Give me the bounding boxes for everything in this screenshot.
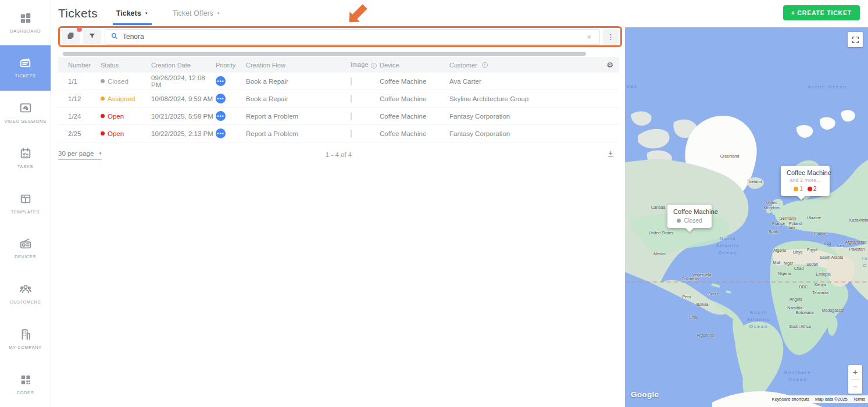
device-thumbnail[interactable] (351, 77, 352, 85)
filter-funnel-icon (88, 32, 96, 41)
sidebar-item-dashboard[interactable]: DASHBOARD (0, 0, 51, 45)
device-thumbnail[interactable] (351, 130, 352, 138)
ticket-priority: ••• (216, 128, 246, 138)
download-button[interactable] (607, 150, 615, 159)
column-header-customer[interactable]: Customeri (449, 62, 602, 69)
ticket-customer: Fantasy Corporation (449, 130, 602, 137)
map-zoom-control: + − (848, 365, 862, 394)
ticket-number: 1/1 (58, 78, 101, 85)
search-query-text: Tenora (123, 33, 580, 41)
search-input[interactable]: Tenora × (105, 29, 600, 45)
horizontal-scrollbar[interactable] (58, 52, 619, 56)
sidebar-item-templates[interactable]: TEMPLATES (0, 181, 51, 226)
ticket-creation-date: 10/08/2024, 9:59 AM (151, 95, 216, 102)
priority-indicator-icon[interactable]: ••• (216, 128, 226, 138)
google-logo[interactable]: Google (631, 390, 659, 399)
map-fullscreen-button[interactable] (848, 32, 863, 47)
search-menu-button[interactable]: ⋮ (603, 29, 619, 45)
sidebar-item-codes[interactable]: CODES (0, 362, 51, 407)
column-settings-gear-icon[interactable]: ⚙ (602, 60, 619, 69)
clear-search-icon[interactable]: × (584, 33, 594, 41)
tooltip-title: Coffee Machine (787, 169, 824, 176)
sidebar-item-customers[interactable]: CUSTOMERS (0, 272, 51, 317)
sidebar-item-label: TEMPLATES (11, 209, 40, 215)
search-icon (111, 31, 118, 42)
ticket-status: Open (101, 130, 151, 137)
zoom-out-button[interactable]: − (848, 380, 862, 394)
customers-icon (19, 283, 32, 295)
tab-tickets[interactable]: Tickets ▼ (113, 2, 152, 25)
ticket-status: Open (101, 113, 151, 120)
ticket-image-cell (351, 78, 380, 85)
priority-indicator-icon[interactable]: ••• (216, 111, 226, 121)
table-row[interactable]: 2/25 Open 10/22/2025, 2:13 PM ••• Report… (58, 125, 619, 142)
column-header-status[interactable]: Status (101, 62, 151, 69)
sidebar-item-my-company[interactable]: MY COMPANY (0, 316, 51, 362)
chevron-down-icon: ▼ (217, 12, 220, 15)
templates-icon (19, 192, 32, 205)
table-row[interactable]: 1/1 Closed 09/26/2024, 12:08 PM ••• Book… (58, 73, 619, 90)
ticket-device: Coffee Machine (380, 78, 449, 85)
sidebar-item-tasks[interactable]: TASKS (0, 135, 51, 181)
zoom-in-button[interactable]: + (848, 365, 862, 379)
sidebar-item-label: DEVICES (15, 254, 36, 260)
ticket-priority: ••• (216, 94, 246, 103)
tab-ticket-offers[interactable]: Ticket Offers ▼ (169, 2, 224, 25)
column-header-creation-date[interactable]: Creation Date (151, 62, 216, 69)
ticket-image-cell (351, 95, 380, 102)
main-area: Tickets Tickets ▼ Ticket Offers ▼ + CREA… (51, 0, 868, 407)
scrollbar-thumb[interactable] (63, 52, 586, 56)
per-page-select[interactable]: 30 per page ▼ (58, 150, 102, 160)
top-bar: Tickets Tickets ▼ Ticket Offers ▼ + CREA… (51, 0, 868, 26)
device-thumbnail[interactable] (351, 95, 352, 103)
tickets-content: Tenora × ⋮ Number Status Creation Date P… (51, 26, 625, 407)
content-row: Tenora × ⋮ Number Status Creation Date P… (51, 26, 868, 407)
table-row[interactable]: 1/12 Assigned 10/08/2024, 9:59 AM ••• Bo… (58, 90, 619, 108)
keyboard-shortcuts-link[interactable]: Keyboard shortcuts (769, 395, 812, 403)
ticket-creation-date: 10/22/2025, 2:13 PM (151, 130, 216, 137)
map-tooltip-cluster[interactable]: Coffee Machine and 2 more... 1 2 (781, 166, 830, 196)
filter-button[interactable] (83, 29, 101, 44)
priority-indicator-icon[interactable]: ••• (216, 94, 226, 103)
column-header-priority[interactable]: Priority (216, 62, 246, 69)
column-header-creation-flow[interactable]: Creation Flow (246, 62, 351, 69)
status-dot (101, 114, 105, 118)
sidebar-item-video-sessions[interactable]: VIDEO SESSIONS (0, 91, 51, 136)
map-attribution: Keyboard shortcuts Map data ©2025 Terms (769, 395, 868, 403)
info-icon: i (482, 62, 488, 68)
table-row[interactable]: 1/24 Open 10/21/2025, 5:59 PM ••• Report… (58, 108, 619, 125)
page-title: Tickets (58, 6, 98, 20)
saved-filters-button[interactable] (62, 29, 80, 44)
ticket-creation-date: 09/26/2024, 12:08 PM (151, 74, 216, 88)
assigned-count-badge: 1 (794, 185, 803, 192)
terms-link[interactable]: Terms (851, 395, 868, 403)
info-icon: i (371, 63, 377, 69)
column-header-number[interactable]: Number (58, 62, 101, 69)
ticket-device: Coffee Machine (380, 130, 449, 137)
sidebar-item-tickets[interactable]: TICKETS (0, 45, 51, 91)
annotation-arrow-icon (345, 1, 370, 27)
device-thumbnail[interactable] (351, 112, 352, 120)
tooltip-status: Closed (673, 217, 706, 224)
sidebar-item-label: VIDEO SESSIONS (4, 119, 46, 124)
sidebar-item-label: MY COMPANY (9, 345, 42, 351)
priority-indicator-icon[interactable]: ••• (216, 76, 226, 86)
per-page-label: 30 per page (58, 150, 94, 157)
status-dot (808, 187, 812, 191)
status-dot (101, 131, 105, 135)
my-company-building-icon (19, 328, 32, 341)
column-header-device[interactable]: Device (380, 62, 449, 69)
tab-label: Ticket Offers (173, 9, 213, 17)
sidebar-item-devices[interactable]: DEVICES (0, 226, 51, 272)
tab-label: Tickets (116, 9, 141, 17)
ticket-device: Coffee Machine (380, 113, 449, 120)
create-ticket-button[interactable]: + CREATE TICKET (783, 5, 860, 20)
ticket-number: 1/24 (58, 113, 101, 120)
dashboard-grid-icon (19, 12, 32, 24)
column-header-image[interactable]: Imagei (351, 61, 380, 69)
tooltip-title: Coffee Machine (673, 208, 706, 215)
map-data-copyright: Map data ©2025 (812, 395, 851, 403)
map-tooltip-single[interactable]: Coffee Machine Closed (667, 205, 712, 228)
map-panel[interactable]: eanArctic OceanNorth Atlantic OceanSouth… (625, 27, 868, 407)
ticket-creation-flow: Report a Problem (246, 130, 351, 137)
